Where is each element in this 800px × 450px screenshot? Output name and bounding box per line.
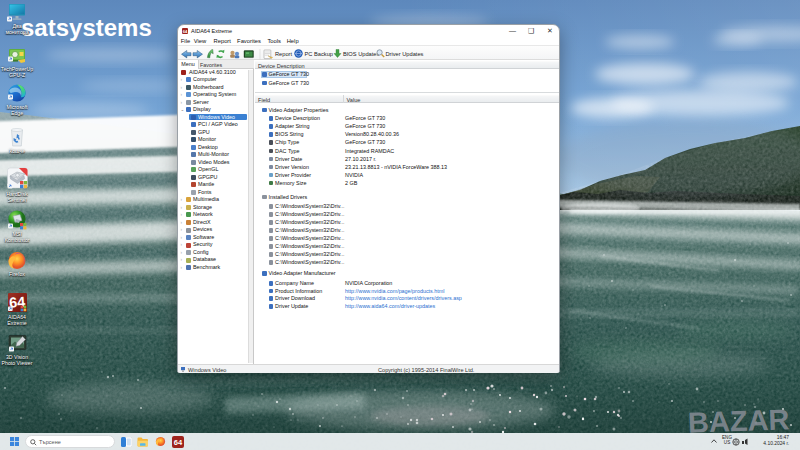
svg-text:64: 64 [173, 437, 182, 446]
svg-text:64: 64 [183, 29, 188, 34]
